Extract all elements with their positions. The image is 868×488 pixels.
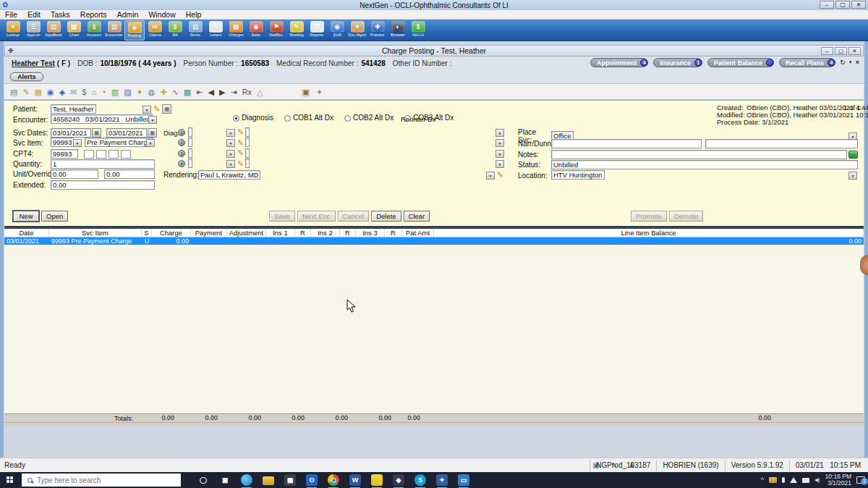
patient-name-link[interactable]: Heather Test	[12, 59, 55, 67]
taskbar-app-icon[interactable]	[240, 474, 253, 487]
posting-toolbar-icon[interactable]: ∿	[172, 87, 179, 97]
search-input[interactable]	[37, 476, 160, 484]
svc-item-code-combo[interactable]: 99993 ▼	[51, 138, 82, 147]
svc-item-desc-value[interactable]: Pre Payment Charge	[85, 138, 153, 147]
next-enc-button[interactable]: Next Enc	[297, 211, 336, 222]
edit-pencil-icon[interactable]: ✎	[237, 127, 244, 137]
clear-button[interactable]: Clear	[404, 211, 430, 222]
chevron-down-icon[interactable]: ▼	[148, 116, 157, 124]
posting-toolbar-icon[interactable]: ▦	[35, 87, 42, 97]
edit-pencil-icon[interactable]: ✎	[237, 148, 244, 158]
toolbar-button[interactable]: ▤ ApptBook	[43, 20, 64, 41]
posting-toolbar-icon[interactable]: ✦	[137, 87, 143, 97]
close-button[interactable]: ✕	[851, 1, 866, 9]
network-icon[interactable]	[790, 477, 797, 483]
delete-button[interactable]: Delete	[371, 211, 401, 222]
patient-pill-button[interactable]: Recall Plans 4	[779, 58, 835, 67]
grid-header-cell[interactable]: Ins 2	[311, 229, 340, 237]
location-value[interactable]: HTV Huntington	[551, 170, 605, 180]
chevron-down-icon[interactable]: ▼	[495, 139, 504, 147]
posting-toolbar-icon[interactable]: ◉	[47, 87, 54, 97]
toolbar-button[interactable]: ✎ Worklog	[286, 20, 307, 41]
toolbar-button[interactable]: ✦ Doc Mgmt	[347, 20, 367, 41]
grid-header-cell[interactable]: R	[340, 229, 356, 237]
chevron-down-icon[interactable]: ▼	[495, 150, 504, 158]
tray-app-icon[interactable]	[769, 477, 777, 483]
taskbar-app-icon[interactable]: ◆	[392, 474, 405, 487]
svc-date-from-field[interactable]: 03/01/2021	[51, 128, 91, 138]
narr-field[interactable]	[551, 139, 702, 148]
menu-item[interactable]: Reports	[75, 10, 112, 19]
grid-header-cell[interactable]: Adjustment	[227, 229, 266, 237]
modifier-field[interactable]	[121, 150, 131, 159]
dunn-field[interactable]	[705, 139, 858, 148]
diag-desc-combo[interactable]: ▼	[245, 149, 505, 158]
diag-code-combo[interactable]: ▼	[188, 149, 236, 158]
grid-empty-area[interactable]	[4, 245, 864, 413]
modifier-field[interactable]	[84, 150, 94, 159]
grid-header-cell[interactable]: R	[295, 229, 311, 237]
location-combo[interactable]: HTV Huntington ▼	[551, 171, 858, 180]
chevron-down-icon[interactable]: ▼	[226, 150, 235, 158]
grid-header-cell[interactable]: Line Item Balance	[434, 229, 864, 237]
diagnosis-radio[interactable]: COB2 Alt Dx	[344, 114, 393, 122]
posting-toolbar-icon[interactable]: ⇤	[196, 87, 203, 97]
diagnosis-radio[interactable]: Diagnosis	[233, 114, 273, 122]
taskbar-app-icon[interactable]: ▦	[284, 474, 297, 487]
diag-desc-combo[interactable]: ▼	[245, 159, 505, 168]
patient-pill-button[interactable]: Patient Balance	[707, 58, 773, 67]
maximize-button[interactable]: ▢	[835, 1, 850, 9]
child-close-button[interactable]: ✕	[848, 47, 861, 55]
toolbar-button[interactable]: $ NGCH	[408, 20, 428, 41]
posting-toolbar-icon[interactable]: ▩	[184, 87, 191, 97]
chevron-down-icon[interactable]: ▼	[495, 129, 504, 137]
toolbar-button[interactable]: ◉ EHR	[327, 20, 347, 41]
menu-item[interactable]: Tasks	[46, 10, 75, 19]
extended-field[interactable]: 0.00	[51, 180, 155, 190]
posting-toolbar-icon[interactable]: $	[82, 87, 86, 97]
chevron-down-icon[interactable]: ▼	[226, 139, 235, 147]
toolbar-button[interactable]: ⚑ MailBox	[266, 20, 286, 41]
diag-code-combo[interactable]: ▼	[188, 128, 236, 137]
toolbar-button[interactable]: ◉ Edits	[246, 20, 266, 41]
grid-header-cell[interactable]: R	[385, 229, 402, 237]
chevron-down-icon[interactable]: ▼	[142, 106, 151, 114]
svc-date-to-field[interactable]: 03/01/2021	[106, 128, 147, 138]
tray-clock[interactable]: 10:16 PM 3/1/2021	[825, 474, 851, 487]
toolbar-button[interactable]: ☰ AppList	[23, 20, 43, 41]
taskbar-search[interactable]	[22, 474, 181, 487]
camera-icon[interactable]	[802, 478, 809, 483]
toolbar-button[interactable]: ◈ Posting	[124, 20, 145, 41]
grid-header-cell[interactable]: Date	[4, 229, 49, 237]
charge-row-selected[interactable]: 03/01/202199993 Pre Payment ChargeU0.000…	[4, 237, 864, 245]
speaker-icon[interactable]: ◀)	[814, 477, 820, 483]
rendering-value[interactable]: Paul L Krawitz, MD	[198, 170, 260, 180]
patient-lookup-icon[interactable]: ▦	[162, 104, 171, 114]
toolbar-button[interactable]: ☰ Reports	[307, 20, 327, 41]
quantity-field[interactable]: 1	[51, 159, 155, 169]
menu-item[interactable]: Help	[181, 10, 207, 19]
menu-item[interactable]: Window	[143, 10, 180, 19]
posting-toolbar-icon[interactable]: ▣	[302, 87, 310, 97]
patient-combo[interactable]: Test, Heather ▼	[51, 105, 152, 114]
edit-pencil-icon[interactable]: ✎	[153, 104, 160, 114]
posting-toolbar-icon[interactable]: ▶	[219, 87, 225, 97]
posting-toolbar-icon[interactable]: △	[257, 87, 263, 97]
calendar-icon[interactable]: ▦	[92, 128, 101, 138]
new-button[interactable]: New	[13, 211, 39, 222]
toolbar-button[interactable]: ✚ Practice	[367, 20, 388, 41]
toolbar-button[interactable]: ✦ Lookup	[3, 20, 23, 41]
chevron-down-icon[interactable]: ▼	[486, 172, 495, 180]
posting-toolbar-icon[interactable]: ▤	[10, 87, 17, 97]
reorder-dx-link[interactable]: Reorder Dx	[401, 115, 436, 123]
grid-header-cell[interactable]: Ins 3	[356, 229, 385, 237]
taskbar-app-icon[interactable]	[327, 474, 340, 487]
diag-code-combo[interactable]: ▼	[188, 138, 236, 147]
posting-toolbar-icon[interactable]: ✎	[22, 87, 29, 97]
taskbar-app-icon[interactable]: ◯	[197, 474, 210, 487]
taskbar-app-icon[interactable]: ▣	[218, 474, 231, 487]
taskbar-app-icon[interactable]: S	[414, 474, 427, 487]
grid-header-cell[interactable]: Payment	[191, 229, 227, 237]
chevron-down-icon[interactable]: ▼	[848, 172, 857, 180]
taskbar-app-icon[interactable]: O	[305, 474, 318, 487]
